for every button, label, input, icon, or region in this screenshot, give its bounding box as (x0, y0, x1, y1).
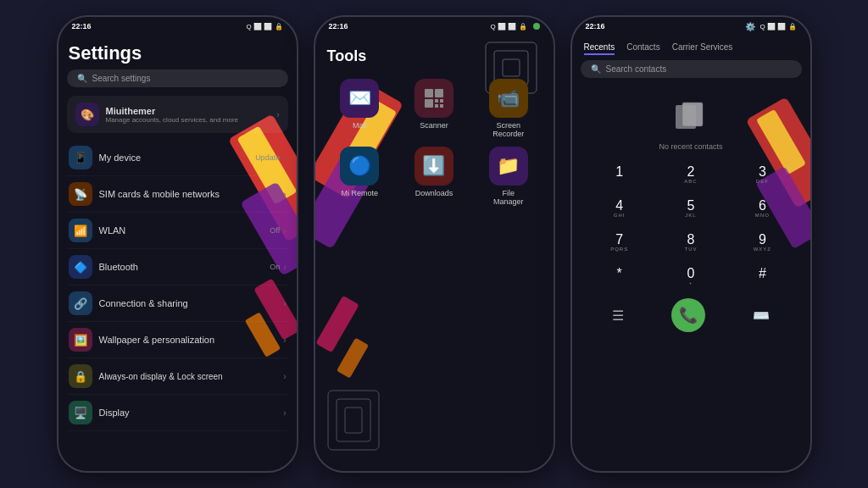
dial-number-9: 9 (759, 233, 766, 247)
tool-item-mi-remote[interactable]: 🔵 Mi Remote (327, 147, 393, 206)
dialer-search-bar[interactable]: 🔍 Search contacts (581, 60, 802, 78)
dialer-tabs: Recents Contacts Carrier Services (572, 36, 810, 60)
dial-key-0[interactable]: 0 + (657, 261, 725, 291)
miuithemer-sublabel: Manage accounts, cloud services, and mor… (106, 116, 277, 124)
dial-key-4[interactable]: 4 GHI (586, 193, 654, 224)
bluetooth-label: Bluetooth (99, 262, 270, 272)
tools-folder-title: Tools (324, 36, 545, 79)
status-icons-3: Q ⬜ ⬜ 🔒 (760, 23, 797, 30)
tools-grid: ✉️ Mail Scanner 📹 ScreenRecorder (324, 79, 545, 206)
file-manager-label: FileManager (493, 189, 524, 206)
dial-number-8: 8 (687, 233, 695, 247)
dial-number-3: 3 (759, 165, 766, 179)
settings-search-bar[interactable]: 🔍 Search settings (67, 69, 288, 87)
dialpad: 1 2 ABC 3 DEF 4 GHI 5 JKL 6 MNO (572, 159, 810, 291)
settings-item-display[interactable]: 🖥️ Display › (67, 395, 288, 431)
settings-item-connection[interactable]: 🔗 Connection & sharing › (67, 286, 288, 322)
connection-label: Connection & sharing (99, 298, 284, 308)
svg-rect-8 (425, 99, 433, 108)
status-icons-2: Q ⬜ ⬜ 🔒 (491, 23, 540, 30)
search-icon: 🔍 (77, 74, 87, 83)
svg-rect-7 (435, 89, 443, 97)
status-bar-2: 22:16 Q ⬜ ⬜ 🔒 (315, 17, 554, 36)
connection-chevron: › (283, 299, 286, 308)
dial-number-2: 2 (687, 165, 695, 179)
mi-remote-icon: 🔵 (340, 147, 379, 186)
dialpad-icon[interactable]: ⌨️ (753, 308, 770, 324)
dial-key-7[interactable]: 7 PQRS (586, 227, 654, 258)
dial-number-0: 0 (687, 267, 695, 280)
dial-key-star[interactable]: * (586, 261, 654, 291)
status-bar-3: 22:16 ⚙️ Q ⬜ ⬜ 🔒 (572, 17, 810, 36)
dial-letters-5: JKL (685, 213, 696, 218)
menu-icon[interactable]: ☰ (612, 308, 624, 324)
tab-contacts[interactable]: Contacts (626, 42, 659, 55)
dial-number-hash: # (759, 267, 766, 280)
dial-letters-0: + (689, 280, 693, 286)
file-manager-icon: 📁 (489, 147, 528, 186)
wlan-icon: 📶 (69, 219, 92, 242)
mi-remote-label: Mi Remote (342, 189, 379, 197)
phone-dialer: 22:16 ⚙️ Q ⬜ ⬜ 🔒 Recents Contacts Carrie… (570, 15, 812, 473)
dial-key-3[interactable]: 3 DEF (728, 159, 796, 190)
tool-item-downloads[interactable]: ⬇️ Downloads (401, 147, 467, 206)
tab-carrier-services[interactable]: Carrier Services (672, 42, 733, 55)
tools-content: Tools ✉️ Mail Scanner 📹 ScreenReco (315, 36, 554, 206)
gear-icon[interactable]: ⚙️ (745, 22, 755, 31)
scanner-icon (415, 79, 453, 118)
wallpaper-label: Wallpaper & personalization (99, 335, 284, 345)
settings-item-sim[interactable]: 📡 SIM cards & mobile networks › (67, 176, 288, 213)
svg-rect-12 (440, 104, 443, 108)
settings-item-miuithemer[interactable]: 🎨 Miuithemer Manage accounts, cloud serv… (67, 96, 288, 133)
svg-rect-5 (345, 408, 362, 433)
status-time-3: 22:16 (586, 22, 605, 30)
tool-item-screen-recorder[interactable]: 📹 ScreenRecorder (476, 79, 542, 138)
settings-item-wallpaper[interactable]: 🖼️ Wallpaper & personalization › (67, 322, 288, 358)
dial-key-9[interactable]: 9 WXYZ (728, 227, 796, 258)
aod-chevron: › (283, 372, 286, 381)
dial-key-2[interactable]: 2 ABC (657, 159, 725, 190)
downloads-icon: ⬇️ (415, 147, 453, 186)
sim-icon: 📡 (69, 182, 92, 206)
miuithemer-label: Miuithemer (106, 106, 277, 116)
miuithemer-chevron: › (276, 110, 279, 119)
status-right-3: ⚙️ Q ⬜ ⬜ 🔒 (745, 22, 797, 31)
mydevice-chevron: › (283, 153, 286, 163)
wallpaper-icon: 🖼️ (69, 328, 92, 352)
tool-item-scanner[interactable]: Scanner (401, 79, 467, 138)
call-button[interactable]: 📞 (671, 298, 705, 332)
settings-item-bluetooth[interactable]: 🔷 Bluetooth On › (67, 249, 288, 286)
dial-key-5[interactable]: 5 JKL (657, 193, 725, 224)
settings-item-mydevice[interactable]: 📱 My device Update › (67, 140, 288, 176)
scanner-label: Scanner (420, 121, 448, 130)
tool-item-mail[interactable]: ✉️ Mail (327, 79, 393, 138)
dial-number-star: * (617, 267, 622, 280)
dial-key-8[interactable]: 8 TUV (657, 227, 725, 258)
wallpaper-chevron: › (283, 336, 286, 345)
status-time-2: 22:16 (329, 22, 348, 30)
status-bar-1: 22:16 Q ⬜ ⬜ 🔒 (58, 17, 297, 36)
tab-recents[interactable]: Recents (584, 42, 615, 55)
svg-rect-4 (337, 399, 370, 441)
mail-label: Mail (353, 121, 367, 130)
tool-item-file-manager[interactable]: 📁 FileManager (476, 147, 542, 206)
svg-rect-14 (682, 103, 703, 126)
dial-letters-8: TUV (684, 247, 697, 252)
display-chevron: › (283, 408, 286, 418)
dial-key-6[interactable]: 6 MNO (728, 193, 796, 224)
dial-key-1[interactable]: 1 (586, 159, 654, 190)
miuithemer-info: Miuithemer Manage accounts, cloud servic… (106, 106, 277, 124)
bluetooth-icon: 🔷 (69, 255, 92, 279)
settings-item-aod[interactable]: 🔒 Always-on display & Lock screen › (67, 358, 288, 395)
display-icon: 🖥️ (69, 401, 92, 424)
settings-content: Settings 🔍 Search settings 🎨 Miuithemer … (58, 36, 297, 431)
dial-key-hash[interactable]: # (728, 261, 796, 291)
dial-letters-3: DEF (756, 179, 769, 184)
settings-title: Settings (67, 36, 288, 69)
dial-letters-6: MNO (755, 213, 770, 218)
mail-icon: ✉️ (340, 79, 379, 118)
settings-item-wlan[interactable]: 📶 WLAN Off › (67, 213, 288, 249)
bluetooth-chevron: › (283, 263, 286, 272)
svg-rect-9 (435, 99, 438, 103)
svg-rect-11 (435, 104, 438, 108)
